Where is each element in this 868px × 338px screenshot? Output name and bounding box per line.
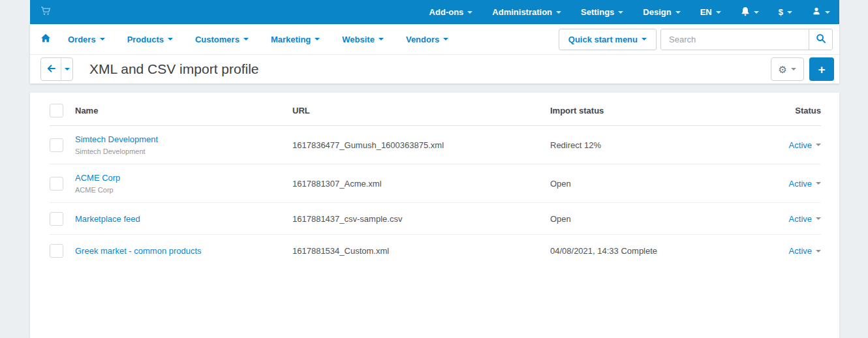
chevron-down-icon [379, 38, 384, 40]
topbar-menu-settings[interactable]: Settings [581, 7, 623, 17]
import-status: Open [550, 214, 743, 224]
chevron-down-icon [168, 38, 173, 40]
add-button[interactable]: + [809, 57, 834, 81]
chevron-down-icon [816, 217, 821, 220]
language-label: EN [700, 7, 712, 17]
chevron-down-icon [816, 144, 821, 146]
search-group [660, 29, 833, 50]
topbar-menu-label: Design [643, 7, 671, 17]
table-header: Name URL Import status Status [50, 95, 821, 126]
nav-item-orders[interactable]: Orders [68, 35, 105, 44]
status-dropdown[interactable]: Active [789, 140, 821, 150]
status-label: Active [789, 179, 812, 189]
nav-item-label: Orders [68, 35, 96, 44]
admin-page: Add-ons Administration Settings Design E… [30, 0, 839, 338]
status-dropdown[interactable]: Active [789, 214, 821, 224]
bell-icon [741, 7, 750, 18]
nav-item-label: Marketing [271, 35, 311, 44]
nav-item-vendors[interactable]: Vendors [406, 35, 448, 44]
import-status: Open [550, 179, 743, 189]
search-input[interactable] [661, 29, 809, 50]
import-status: 04/08/2021, 14:33 Complete [550, 246, 743, 256]
settings-dropdown-button[interactable]: ⚙ [771, 57, 804, 81]
language-selector[interactable]: EN [700, 7, 721, 17]
column-header-import-status: Import status [550, 106, 743, 115]
column-header-name: Name [75, 106, 292, 115]
nav-item-products[interactable]: Products [127, 35, 173, 44]
row-checkbox[interactable] [50, 212, 63, 226]
search-icon [816, 33, 826, 46]
nav-item-website[interactable]: Website [342, 35, 384, 44]
row-checkbox[interactable] [50, 138, 63, 152]
toolbar-row: XML and CSV import profile ⚙ + [30, 55, 839, 84]
nav-item-label: Website [342, 35, 375, 44]
chevron-down-icon [443, 38, 448, 40]
toolbar-right: ⚙ + [771, 57, 834, 81]
chevron-down-icon [825, 11, 830, 14]
chevron-down-icon [754, 11, 759, 14]
chevron-down-icon [467, 11, 473, 14]
header-card: Orders Products Customers Marketing Webs… [30, 24, 839, 84]
quick-start-menu-button[interactable]: Quick start menu [559, 29, 657, 50]
chevron-down-icon [816, 250, 821, 253]
profile-url: 1617881534_Custom.xml [292, 246, 550, 256]
select-all-checkbox[interactable] [50, 104, 63, 117]
chevron-down-icon [243, 38, 249, 40]
status-dropdown[interactable]: Active [789, 246, 821, 256]
chevron-down-icon [816, 182, 821, 185]
table-row: ACME Corp ACME Corp 1617881307_Acme.xml … [50, 164, 821, 203]
profile-subtitle: ACME Corp [75, 186, 285, 194]
chevron-down-icon [556, 11, 561, 14]
row-checkbox[interactable] [50, 177, 63, 191]
home-icon[interactable] [40, 33, 51, 45]
topbar-menu-addons[interactable]: Add-ons [429, 7, 473, 17]
column-header-status: Status [743, 106, 821, 115]
nav-item-label: Vendors [406, 35, 439, 44]
table-row: Greek market - common products 161788153… [50, 235, 821, 267]
profile-subtitle: Simtech Development [75, 147, 285, 155]
status-label: Active [789, 140, 812, 150]
quick-start-menu-label: Quick start menu [568, 35, 638, 44]
content-card: Name URL Import status Status Simtech De… [30, 93, 839, 338]
profile-name-link[interactable]: Greek market - common products [75, 246, 202, 256]
topbar-menu-administration[interactable]: Administration [492, 7, 561, 17]
plus-icon: + [818, 63, 825, 76]
status-label: Active [789, 246, 812, 256]
user-icon [812, 7, 821, 18]
gear-icon: ⚙ [779, 65, 787, 74]
topbar-menus: Add-ons Administration Settings Design E… [429, 7, 830, 18]
table-body: Simtech Development Simtech Development … [50, 126, 821, 267]
search-button[interactable] [809, 29, 832, 50]
currency-symbol: $ [779, 7, 783, 17]
topbar-menu-label: Settings [581, 7, 614, 17]
notifications-dropdown[interactable] [741, 7, 759, 18]
page-title: XML and CSV import profile [89, 61, 259, 77]
nav-right: Quick start menu [559, 29, 833, 50]
currency-selector[interactable]: $ [779, 7, 792, 17]
nav-item-marketing[interactable]: Marketing [271, 35, 320, 44]
profile-name-link[interactable]: Simtech Development [75, 134, 158, 144]
profile-url: 1617881437_csv-sample.csv [292, 214, 550, 224]
chevron-down-icon [618, 11, 623, 14]
row-checkbox[interactable] [50, 244, 63, 258]
profile-name-link[interactable]: Marketplace feed [75, 214, 140, 224]
topbar-menu-label: Administration [492, 7, 552, 17]
topbar: Add-ons Administration Settings Design E… [30, 0, 839, 24]
chevron-down-icon [791, 68, 796, 70]
shopping-cart-icon[interactable] [40, 6, 52, 18]
nav-links: Orders Products Customers Marketing Webs… [68, 35, 448, 44]
chevron-down-icon [65, 68, 70, 70]
nav-item-customers[interactable]: Customers [195, 35, 249, 44]
status-dropdown[interactable]: Active [789, 179, 821, 189]
status-label: Active [789, 214, 812, 224]
back-dropdown-button[interactable] [61, 58, 72, 80]
chevron-down-icon [100, 38, 105, 40]
topbar-menu-design[interactable]: Design [643, 7, 680, 17]
chevron-down-icon [716, 11, 721, 14]
account-dropdown[interactable] [812, 7, 830, 18]
arrow-left-icon [46, 64, 56, 75]
nav-item-label: Customers [195, 35, 240, 44]
back-split-button [40, 57, 73, 81]
profile-name-link[interactable]: ACME Corp [75, 173, 120, 183]
back-button[interactable] [41, 58, 61, 80]
